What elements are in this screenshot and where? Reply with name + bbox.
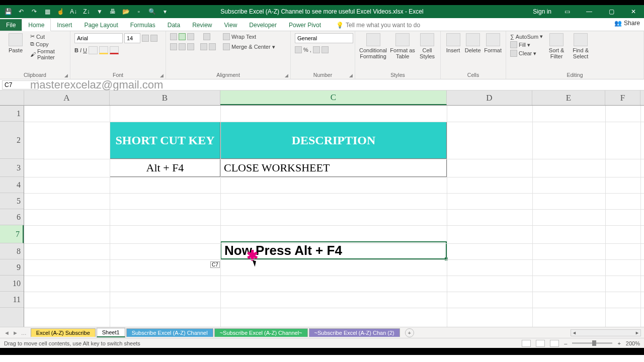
currency-icon[interactable] [295,46,302,53]
save-icon[interactable]: 💾 [4,8,12,16]
col-header-d[interactable]: D [447,90,532,105]
sheet-tab-4[interactable]: ~Subscribe Excel (A-Z) Channel~ [214,328,308,337]
percent-icon[interactable]: % [303,47,308,53]
row-header-11[interactable]: 11 [0,292,24,308]
col-header-c[interactable]: C [220,90,447,105]
sort-asc-icon[interactable]: A↓ [69,8,77,16]
decrease-font-icon[interactable] [150,35,157,42]
qat-menu-icon[interactable]: ▾ [161,8,169,16]
row-header-8[interactable]: 8 [0,243,24,259]
tab-power-pivot[interactable]: Power Pivot [283,19,327,31]
col-header-e[interactable]: E [532,90,605,105]
dialog-icon[interactable]: ◢ [349,73,353,78]
dialog-icon[interactable]: ◢ [64,73,68,78]
undo-icon[interactable]: ↶ [17,8,25,16]
row-header-4[interactable]: 4 [0,177,24,193]
tab-nav-more-icon[interactable]: … [21,330,27,336]
align-top-icon[interactable] [170,33,177,40]
align-center-icon[interactable] [179,43,186,50]
merge-center-button[interactable]: Merge & Center ▾ [223,43,275,50]
grid[interactable]: SHORT CUT KEY DESCRIPTION Alt + F4 CLOSE… [24,106,644,327]
tab-view[interactable]: View [218,19,244,31]
normal-view-icon[interactable] [522,340,531,347]
horizontal-scrollbar[interactable]: ◄► [571,329,641,336]
align-middle-icon[interactable] [179,33,186,40]
orientation-icon[interactable] [203,33,210,40]
font-size-select[interactable] [124,33,140,43]
wrap-text-button[interactable]: Wrap Text [223,33,275,40]
touch-icon[interactable]: ☝ [56,8,64,16]
tab-file[interactable]: File [0,19,22,31]
paste-button[interactable]: Paste [4,33,27,53]
qat-icon[interactable]: ▦ [43,8,51,16]
cell-styles-button[interactable]: Cell Styles [418,33,436,59]
cell-b2-header[interactable]: SHORT CUT KEY [110,122,220,159]
decrease-decimal-icon[interactable] [321,46,329,53]
sign-in-link[interactable]: Sign in [533,8,551,15]
row-header-10[interactable]: 10 [0,276,24,292]
align-bottom-icon[interactable] [187,33,194,40]
cut-button[interactable]: ✂Cut [30,33,66,40]
ribbon-display-icon[interactable]: ▭ [560,8,574,15]
conditional-formatting-button[interactable]: Conditional Formatting [359,33,387,59]
zoom-slider[interactable] [572,342,612,344]
worksheet-area[interactable]: ABCDEF 1234567891011 SHORT CUT KEY DESCR… [0,90,644,327]
cell-c7-selected[interactable]: Now Press Alt + F4 [220,241,447,259]
increase-font-icon[interactable] [142,35,149,42]
comma-icon[interactable]: , [310,47,311,53]
format-as-table-button[interactable]: Format as Table [390,33,415,59]
tab-nav-next-icon[interactable]: ► [13,330,18,336]
print-icon[interactable]: 🖶 [109,8,117,16]
insert-cells-button[interactable]: Insert [445,33,461,53]
filter-icon[interactable]: ▼ [96,8,104,16]
zoom-in-button[interactable]: + [617,340,620,346]
italic-button[interactable]: I [80,47,82,53]
col-header-a[interactable]: A [24,90,110,105]
open-icon[interactable]: 📂 [122,8,130,16]
sort-filter-button[interactable]: Sort & Filter [546,33,567,59]
new-icon[interactable]: ▫ [135,8,143,16]
border-button[interactable] [89,46,98,54]
minimize-icon[interactable]: — [583,8,596,15]
col-header-f[interactable]: F [605,90,640,105]
find-select-button[interactable]: Find & Select [570,33,591,59]
align-right-icon[interactable] [187,43,194,50]
sheet-tab-3[interactable]: Subscribe Excel (A-Z) Channel [126,328,213,337]
new-sheet-button[interactable]: + [405,328,414,337]
tab-home[interactable]: Home [22,19,51,31]
redo-icon[interactable]: ↷ [30,8,38,16]
page-layout-view-icon[interactable] [536,340,545,347]
tab-developer[interactable]: Developer [243,19,283,31]
cell-b3[interactable]: Alt + F4 [110,159,220,177]
copy-button[interactable]: ⧉Copy [30,41,66,47]
share-button[interactable]: 👥Share [614,20,640,27]
tell-me[interactable]: 💡Tell me what you want to do [330,19,426,31]
tab-nav-prev-icon[interactable]: ◄ [4,330,10,336]
select-all-corner[interactable] [0,90,24,106]
tab-data[interactable]: Data [162,19,186,31]
decrease-indent-icon[interactable] [200,43,207,50]
dialog-icon[interactable]: ◢ [160,73,164,78]
row-header-7[interactable]: 7 [0,225,24,243]
zoom-out-button[interactable]: – [564,340,567,346]
dialog-icon[interactable]: ◢ [285,73,288,78]
increase-indent-icon[interactable] [209,43,216,50]
autosum-button[interactable]: ∑AutoSum ▾ [510,33,543,40]
cell-c3[interactable]: CLOSE WORKSHEET [220,159,447,177]
format-cells-button[interactable]: Format [484,33,502,53]
increase-decimal-icon[interactable] [313,46,320,53]
row-header-5[interactable]: 5 [0,193,24,209]
close-icon[interactable]: ✕ [627,8,640,15]
number-format-select[interactable] [295,33,353,43]
tab-insert[interactable]: Insert [51,19,78,31]
page-break-view-icon[interactable] [550,340,559,347]
preview-icon[interactable]: 🔍 [148,8,156,16]
fill-button[interactable]: Fill ▾ [510,41,543,48]
align-left-icon[interactable] [170,43,177,50]
row-header-1[interactable]: 1 [0,106,24,122]
sort-desc-icon[interactable]: Z↓ [83,8,91,16]
sheet-tab-1[interactable]: Excel (A-Z) Subscribe [31,328,96,337]
row-header-9[interactable]: 9 [0,259,24,276]
sheet-tab-2[interactable]: Sheet1 [97,328,125,337]
tab-formulas[interactable]: Formulas [124,19,162,31]
